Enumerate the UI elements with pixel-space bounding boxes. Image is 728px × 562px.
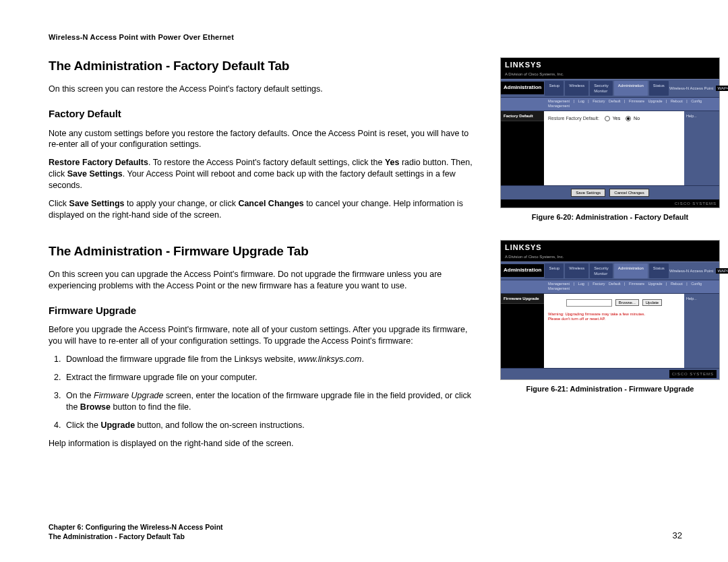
section-label: Administration <box>501 82 544 94</box>
help-panel: Help... <box>684 294 719 368</box>
cisco-logo-text: CISCO SYSTEMS <box>675 201 717 206</box>
cisco-logo-bar: CISCO SYSTEMS <box>501 368 719 379</box>
yes-bold: Yes <box>385 158 400 167</box>
cancel-changes-bold: Cancel Changes <box>238 199 303 208</box>
main-tabs: Setup Wireless Security Monitor Administ… <box>544 80 669 97</box>
linksys-url: www.linksys.com <box>298 354 361 364</box>
mock-brand-bar: LINKSYS <box>501 58 719 71</box>
tab-security-monitor[interactable]: Security Monitor <box>590 81 613 96</box>
tab-wireless[interactable]: Wireless <box>565 263 588 278</box>
update-button[interactable]: Update <box>642 299 662 306</box>
sub-tabs: Management | Log | Factory Default | Fir… <box>501 280 719 294</box>
section-label: Administration <box>501 264 544 277</box>
mock-title-bar: Administration Setup Wireless Security M… <box>501 79 719 98</box>
cancel-changes-button[interactable]: Cancel Changes <box>609 189 648 197</box>
t: . To restore the Access Point's factory … <box>148 158 385 167</box>
page-footer: Chapter 6: Configuring the Wireless-N Ac… <box>49 522 682 542</box>
product-model: Wireless-N Access Point WAP4400N <box>669 268 728 274</box>
subheading-firmware-upgrade: Firmware Upgrade <box>49 304 479 317</box>
product-model: Wireless-N Access Point WAP4400N <box>669 86 728 91</box>
tab-administration[interactable]: Administration <box>614 81 648 96</box>
step-3: On the Firmware Upgrade screen, enter th… <box>63 390 479 413</box>
cisco-logo-text: CISCO SYSTEMS <box>669 370 717 378</box>
step-1: Download the firmware upgrade file from … <box>63 354 479 365</box>
page-number: 32 <box>673 530 682 542</box>
brand-logo-text: LINKSYS <box>505 243 542 253</box>
tab-wireless[interactable]: Wireless <box>565 81 588 96</box>
footer-chapter: Chapter 6: Configuring the Wireless-N Ac… <box>49 522 223 532</box>
section-title-factory-default-tab: The Administration - Factory Default Tab <box>49 57 479 75</box>
footer-subtitle: The Administration - Factory Default Tab <box>49 532 223 542</box>
model-badge: WAP4400N <box>716 268 728 274</box>
main-tabs: Setup Wireless Security Monitor Administ… <box>544 262 669 280</box>
content-area: Browse... Update Warning: Upgrading firm… <box>544 294 684 368</box>
help-info-note: Help information is displayed on the rig… <box>49 438 479 449</box>
step-2: Extract the firmware upgrade file on you… <box>63 372 479 383</box>
figure-column: LINKSYS A Division of Cisco Systems, Inc… <box>500 57 720 456</box>
brand-tagline: A Division of Cisco Systems, Inc. <box>501 254 719 261</box>
radio-no-label: No <box>634 116 640 121</box>
help-link[interactable]: Help... <box>686 296 697 301</box>
figure-caption-firmware-upgrade: Figure 6-21: Administration - Firmware U… <box>500 384 720 394</box>
file-path-input[interactable] <box>566 299 612 307</box>
product-title: Wireless-N Access Point <box>669 86 713 90</box>
t: Click the <box>66 420 100 430</box>
row-label: Restore Factory Default: <box>548 115 599 121</box>
main-column: The Administration - Factory Default Tab… <box>49 57 479 456</box>
tab-setup[interactable]: Setup <box>545 263 564 278</box>
side-panel-label: Firmware Upgrade <box>501 294 544 304</box>
t: . <box>361 354 363 364</box>
t: button, and follow the on-screen instruc… <box>135 420 305 430</box>
browse-bold: Browse <box>80 402 111 412</box>
side-panel: Factory Default <box>501 111 544 185</box>
figure-caption-factory-default: Figure 6-20: Administration - Factory De… <box>500 212 720 222</box>
t: button to find the file. <box>111 402 191 412</box>
step-4: Click the Upgrade button, and follow the… <box>63 420 479 431</box>
subheading-factory-default: Factory Default <box>49 107 479 121</box>
mock-title-bar: Administration Setup Wireless Security M… <box>501 261 719 280</box>
tab-security-monitor[interactable]: Security Monitor <box>590 263 613 278</box>
document-page: Wireless-N Access Point with Power Over … <box>0 0 728 562</box>
save-settings-bold: Save Settings <box>69 199 125 208</box>
t: On the <box>66 391 94 400</box>
restore-instructions: Restore Factory Defaults. To restore the… <box>49 157 479 191</box>
help-link[interactable]: Help... <box>686 114 697 118</box>
section-title-firmware-upgrade-tab: The Administration - Firmware Upgrade Ta… <box>49 243 479 260</box>
save-settings-bold: Save Settings <box>67 169 123 179</box>
cisco-logo-bar: CISCO SYSTEMS <box>501 199 719 208</box>
side-panel: Firmware Upgrade <box>501 294 544 368</box>
save-settings-button[interactable]: Save Settings <box>571 189 605 197</box>
radio-yes[interactable] <box>605 116 610 121</box>
model-badge: WAP4400N <box>716 86 728 91</box>
mock-footer: Save Settings Cancel Changes <box>501 185 719 199</box>
product-title: Wireless-N Access Point <box>669 269 713 273</box>
two-column-layout: The Administration - Factory Default Tab… <box>49 57 682 456</box>
upgrade-bold: Upgrade <box>100 420 135 430</box>
warn-line-2: Please don't turn off or reset AP. <box>548 317 680 321</box>
upgrade-warning: Warning: Upgrading firmware may take a f… <box>548 312 680 321</box>
content-area: Restore Factory Default: Yes No <box>544 111 684 185</box>
t: to apply your change, or click <box>125 199 239 208</box>
restore-bold: Restore Factory Defaults <box>49 158 148 167</box>
firmware-upgrade-italic: Firmware Upgrade <box>94 391 164 400</box>
save-cancel-note: Click Save Settings to apply your change… <box>49 198 479 221</box>
factory-default-note: Note any custom settings before you rest… <box>49 128 479 151</box>
radio-no[interactable] <box>626 116 631 121</box>
tab-status[interactable]: Status <box>649 81 669 96</box>
tab-status[interactable]: Status <box>649 263 669 278</box>
mock-brand-bar: LINKSYS <box>501 241 719 254</box>
t: Click <box>49 199 69 208</box>
figure-factory-default-screenshot: LINKSYS A Division of Cisco Systems, Inc… <box>500 57 720 208</box>
firmware-steps-list: Download the firmware upgrade file from … <box>49 354 479 431</box>
t: Download the firmware upgrade file from … <box>66 354 298 364</box>
side-panel-label: Factory Default <box>501 111 544 121</box>
firmware-intro: On this screen you can upgrade the Acces… <box>49 269 479 292</box>
brand-logo-text: LINKSYS <box>505 60 542 70</box>
brand-tagline: A Division of Cisco Systems, Inc. <box>501 71 719 79</box>
tab-administration[interactable]: Administration <box>614 263 648 278</box>
warn-line-1: Warning: Upgrading firmware may take a f… <box>548 312 680 317</box>
browse-button[interactable]: Browse... <box>615 299 639 306</box>
sub-tabs: Management | Log | Factory Default | Fir… <box>501 98 719 111</box>
tab-setup[interactable]: Setup <box>545 81 564 96</box>
radio-yes-label: Yes <box>613 116 620 121</box>
